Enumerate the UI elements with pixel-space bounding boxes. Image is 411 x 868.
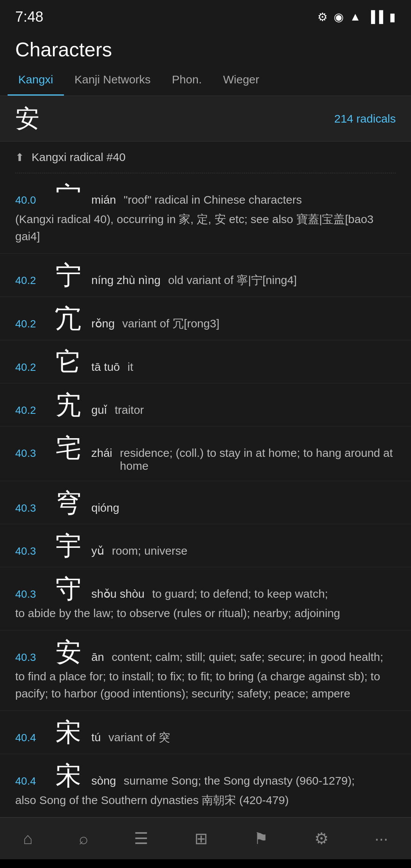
entry-def-block: to find a place for; to install; to fix;… — [15, 668, 396, 702]
list-item[interactable]: 40.4 宋 tú variant of 突 — [0, 711, 411, 754]
entry-num: 40.0 — [15, 194, 46, 206]
entry-pinyin: qióng — [91, 501, 119, 514]
entry-pinyin: sòng — [91, 774, 116, 787]
entry-char: 安 — [53, 639, 84, 665]
entry-num: 40.2 — [15, 404, 46, 416]
tab-phon[interactable]: Phon. — [161, 65, 212, 96]
document-icon: ☰ — [134, 829, 148, 848]
entry-pinyin: shǒu shòu — [91, 587, 145, 600]
entry-pinyin: yǔ — [91, 544, 104, 557]
entry-char: 宂 — [53, 305, 84, 331]
nav-more[interactable]: ··· — [367, 826, 396, 852]
list-item[interactable]: 40.3 安 ān content; calm; still; quiet; s… — [0, 630, 411, 711]
entry-def: "roof" radical in Chinese characters — [124, 193, 396, 206]
entry-def: surname Song; the Song dynasty (960-1279… — [124, 774, 396, 787]
entry-pinyin: mián — [91, 193, 116, 206]
entry-def: traitor — [115, 404, 396, 416]
entry-char: 宋 — [53, 719, 84, 745]
list-item[interactable]: 40.3 穹 qióng — [0, 481, 411, 524]
list-item[interactable]: 40.2 它 tā tuō it — [0, 340, 411, 383]
entry-pinyin: guǐ — [91, 403, 107, 416]
entry-def: residence; (coll.) to stay in at home; t… — [120, 447, 396, 472]
entry-def: to guard; to defend; to keep watch; — [152, 587, 396, 600]
status-time: 7:48 — [15, 9, 43, 25]
entry-char: 宀 — [53, 182, 84, 207]
radical-header-text: Kangxi radical #40 — [32, 151, 126, 164]
entry-num: 40.3 — [15, 545, 46, 557]
entry-num: 40.4 — [15, 775, 46, 787]
nav-search[interactable]: ⌕ — [71, 826, 96, 852]
dot-indicator-icon: ◉ — [334, 10, 344, 24]
entry-pinyin: níng zhù nìng — [91, 274, 161, 287]
radical-header-icon: ⬆ — [15, 151, 24, 164]
entry-def-block: to abide by the law; to observe (rules o… — [15, 605, 396, 622]
entry-char: 穹 — [53, 490, 84, 515]
list-item[interactable]: 40.2 宁 níng zhù nìng old variant of 寧|宁[… — [0, 254, 411, 297]
tab-kanji-networks[interactable]: Kanji Networks — [64, 65, 161, 96]
bottom-nav: ⌂ ⌕ ☰ ⊞ ⚑ ⚙ ··· — [0, 817, 411, 859]
entry-char: 宇 — [53, 533, 84, 558]
entry-pinyin: ān — [91, 651, 104, 664]
nav-home[interactable]: ⌂ — [15, 826, 40, 852]
entry-num: 40.2 — [15, 318, 46, 330]
entry-char: 宅 — [53, 435, 84, 461]
wifi-icon: ▲ — [350, 10, 361, 23]
list-item[interactable]: 40.3 宇 yǔ room; universe — [0, 524, 411, 567]
selected-radical-char: 安 — [15, 102, 40, 135]
status-bar: 7:48 ⚙ ◉ ▲ ▐▐ ▮ — [0, 0, 411, 30]
entry-num: 40.3 — [15, 447, 46, 460]
entry-def-block: (Kangxi radical 40), occurring in 家, 定, … — [15, 211, 396, 245]
entry-list: 40.0 宀 mián "roof" radical in Chinese ch… — [0, 173, 411, 817]
list-item[interactable]: 40.4 宋 sòng surname Song; the Song dynas… — [0, 754, 411, 817]
nav-flag[interactable]: ⚑ — [246, 825, 276, 852]
entry-num: 40.2 — [15, 274, 46, 287]
entry-num: 40.2 — [15, 361, 46, 373]
entry-char: 宁 — [53, 262, 84, 288]
tab-bar: Kangxi Kanji Networks Phon. Wieger — [0, 65, 411, 96]
radical-count: 214 radicals — [334, 112, 396, 125]
entry-pinyin: zhái — [91, 447, 112, 460]
app-title: Characters — [15, 38, 112, 61]
more-icon: ··· — [375, 830, 388, 848]
list-item[interactable]: 40.2 宄 guǐ traitor — [0, 383, 411, 426]
flag-icon: ⚑ — [254, 829, 268, 848]
entry-def: it — [127, 361, 396, 373]
radical-header: ⬆ Kangxi radical #40 — [0, 142, 411, 173]
entry-char: 守 — [53, 576, 84, 602]
android-nav-bar: ◁ ● ■ — [0, 859, 411, 868]
app-header: Characters — [0, 30, 411, 65]
grid-icon: ⊞ — [194, 829, 208, 848]
entry-char: 宋 — [53, 763, 84, 788]
battery-icon: ▮ — [389, 10, 396, 24]
nav-document[interactable]: ☰ — [126, 825, 156, 852]
list-item[interactable]: 40.3 宅 zhái residence; (coll.) to stay i… — [0, 426, 411, 481]
entry-def: room; universe — [112, 544, 396, 557]
entry-pinyin: tā tuō — [91, 361, 120, 373]
signal-icon: ▐▐ — [367, 10, 383, 23]
entry-num: 40.3 — [15, 651, 46, 664]
list-item[interactable]: 40.2 宂 rǒng variant of 冗[rong3] — [0, 297, 411, 340]
nav-settings[interactable]: ⚙ — [307, 825, 336, 852]
nav-grid[interactable]: ⊞ — [187, 825, 215, 852]
settings-indicator-icon: ⚙ — [317, 10, 328, 24]
entry-def: variant of 冗[rong3] — [122, 316, 396, 332]
search-icon: ⌕ — [79, 830, 88, 848]
entry-pinyin: rǒng — [91, 317, 115, 330]
status-icons: ⚙ ◉ ▲ ▐▐ ▮ — [317, 10, 396, 24]
entry-def-block: also Song of the Southern dynasties 南朝宋 … — [15, 791, 396, 809]
radical-selector-row[interactable]: 安 214 radicals — [0, 96, 411, 142]
entry-num: 40.3 — [15, 588, 46, 600]
entry-def: content; calm; still; quiet; safe; secur… — [112, 651, 396, 664]
entry-def: old variant of 寧|宁[ning4] — [168, 273, 396, 288]
list-item[interactable]: 40.0 宀 mián "roof" radical in Chinese ch… — [0, 173, 411, 254]
list-item[interactable]: 40.3 守 shǒu shòu to guard; to defend; to… — [0, 567, 411, 630]
entry-def: variant of 突 — [108, 730, 396, 745]
entry-num: 40.4 — [15, 732, 46, 744]
entry-pinyin: tú — [91, 731, 101, 744]
entry-char: 它 — [53, 349, 84, 375]
tab-kangxi[interactable]: Kangxi — [8, 65, 64, 96]
entry-char: 宄 — [53, 392, 84, 418]
settings-icon: ⚙ — [314, 829, 329, 848]
entry-num: 40.3 — [15, 502, 46, 514]
tab-wieger[interactable]: Wieger — [212, 65, 270, 96]
